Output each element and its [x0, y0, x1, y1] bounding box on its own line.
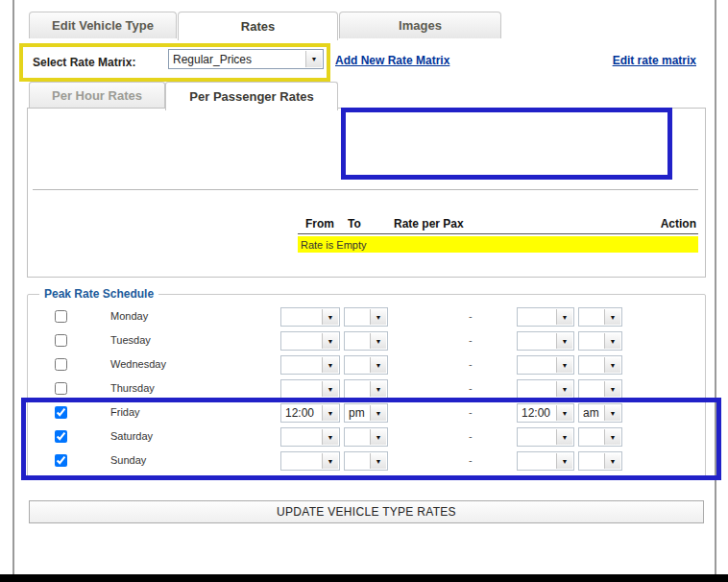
end-time-select[interactable]: ▼ [517, 307, 574, 327]
dropdown-arrow-icon: ▼ [370, 357, 386, 373]
end-time-select[interactable]: ▼ [517, 379, 574, 399]
col-to: To [348, 217, 361, 230]
rate-empty-message: Rate is Empty [301, 239, 366, 251]
start-ampm-select[interactable]: ▼ [344, 355, 388, 375]
tab-label: Edit Vehicle Type [52, 18, 154, 33]
end-ampm-select[interactable]: am▼ [578, 403, 622, 423]
dropdown-arrow-icon: ▼ [556, 429, 572, 445]
day-checkbox[interactable] [55, 406, 67, 419]
dropdown-arrow-icon: ▼ [370, 333, 386, 349]
dropdown-arrow-icon: ▼ [305, 51, 322, 67]
pax-table-header: From To Rate per Pax Action [298, 215, 698, 234]
dropdown-arrow-icon: ▼ [322, 333, 338, 349]
dropdown-arrow-icon: ▼ [370, 429, 386, 445]
day-checkbox[interactable] [55, 454, 67, 467]
schedule-row-wednesday: Wednesday ▼ ▼ - ▼ ▼ [0, 355, 728, 375]
time-range-dash: - [469, 454, 473, 466]
schedule-row-monday: Monday ▼ ▼ - ▼ ▼ [0, 307, 728, 327]
end-ampm-select[interactable]: ▼ [578, 355, 622, 375]
end-time-select[interactable]: ▼ [517, 331, 574, 351]
dropdown-arrow-icon: ▼ [604, 453, 620, 469]
schedule-row-sunday: Sunday ▼ ▼ - ▼ ▼ [0, 451, 728, 471]
end-time-select[interactable]: ▼ [517, 355, 574, 375]
start-ampm-select[interactable]: ▼ [344, 307, 388, 327]
dropdown-arrow-icon: ▼ [370, 309, 386, 325]
col-action: Action [661, 217, 696, 230]
end-time-select[interactable]: ▼ [517, 451, 574, 471]
dropdown-arrow-icon: ▼ [604, 405, 620, 421]
schedule-row-saturday: Saturday ▼ ▼ - ▼ ▼ [0, 427, 728, 447]
tab-label: Images [399, 18, 442, 33]
rate-matrix-label: Select Rate Matrix: [33, 56, 135, 69]
dropdown-arrow-icon: ▼ [322, 357, 338, 373]
start-ampm-select[interactable]: pm▼ [344, 403, 388, 423]
end-ampm-select[interactable]: ▼ [578, 451, 622, 471]
dropdown-arrow-icon: ▼ [556, 309, 572, 325]
day-checkbox[interactable] [55, 382, 67, 395]
dropdown-arrow-icon: ▼ [556, 357, 572, 373]
tab-per-hour-rates[interactable]: Per Hour Rates [29, 82, 165, 109]
day-label: Wednesday [110, 358, 166, 370]
page-left-border [12, 0, 14, 574]
update-vehicle-type-rates-button[interactable]: UPDATE VEHICLE TYPE RATES [29, 500, 704, 523]
dropdown-arrow-icon: ▼ [322, 429, 338, 445]
tab-images[interactable]: Images [339, 12, 501, 38]
day-label: Friday [110, 406, 140, 418]
start-time-select[interactable]: ▼ [280, 451, 340, 471]
start-ampm-select[interactable]: ▼ [344, 427, 388, 447]
end-ampm-select[interactable]: ▼ [578, 307, 622, 327]
dropdown-arrow-icon: ▼ [370, 405, 386, 421]
subtab-label: Per Hour Rates [52, 88, 142, 103]
dropdown-arrow-icon: ▼ [322, 453, 338, 469]
tab-rates[interactable]: Rates [178, 12, 338, 40]
day-checkbox[interactable] [55, 358, 67, 371]
tab-label: Rates [241, 19, 275, 34]
end-ampm-select[interactable]: ▼ [578, 427, 622, 447]
dropdown-arrow-icon: ▼ [322, 405, 338, 421]
edit-rate-matrix-link[interactable]: Edit rate matrix [613, 54, 696, 67]
dropdown-arrow-icon: ▼ [322, 381, 338, 397]
day-checkbox[interactable] [55, 310, 67, 323]
day-label: Monday [110, 310, 148, 322]
end-ampm-select[interactable]: ▼ [578, 379, 622, 399]
rate-matrix-selected-value: Regular_Prices [173, 53, 303, 66]
start-time-select[interactable]: ▼ [280, 355, 340, 375]
end-time-select[interactable]: 12:00▼ [517, 403, 574, 423]
dropdown-arrow-icon: ▼ [322, 309, 338, 325]
time-range-dash: - [469, 382, 473, 394]
tab-edit-vehicle-type[interactable]: Edit Vehicle Type [29, 12, 177, 38]
dropdown-arrow-icon: ▼ [370, 381, 386, 397]
subtab-label: Per Passenger Rates [189, 89, 313, 104]
dropdown-arrow-icon: ▼ [604, 357, 620, 373]
dropdown-arrow-icon: ▼ [556, 381, 572, 397]
schedule-row-thursday: Thursday ▼ ▼ - ▼ ▼ [0, 379, 728, 399]
rate-matrix-select[interactable]: Regular_Prices ▼ [168, 49, 324, 69]
end-ampm-select[interactable]: ▼ [578, 331, 622, 351]
dropdown-arrow-icon: ▼ [556, 453, 572, 469]
tab-per-passenger-rates[interactable]: Per Passenger Rates [165, 82, 338, 110]
day-label: Saturday [110, 430, 153, 442]
time-range-dash: - [469, 334, 473, 346]
start-ampm-select[interactable]: ▼ [344, 379, 388, 399]
dropdown-arrow-icon: ▼ [370, 453, 386, 469]
time-range-dash: - [469, 358, 473, 370]
start-ampm-select[interactable]: ▼ [344, 331, 388, 351]
vehicle-rates-page: Edit Vehicle Type Rates Images Select Ra… [0, 0, 728, 582]
col-from: From [305, 217, 334, 230]
start-time-select[interactable]: ▼ [280, 331, 340, 351]
end-time-select[interactable]: ▼ [517, 427, 574, 447]
start-time-select[interactable]: 12:00▼ [280, 403, 340, 423]
time-range-dash: - [469, 430, 473, 442]
start-ampm-select[interactable]: ▼ [344, 451, 388, 471]
day-checkbox[interactable] [55, 334, 67, 347]
day-checkbox[interactable] [55, 430, 67, 443]
dropdown-arrow-icon: ▼ [604, 333, 620, 349]
start-time-select[interactable]: ▼ [280, 307, 340, 327]
start-time-select[interactable]: ▼ [280, 427, 340, 447]
day-label: Sunday [110, 454, 146, 466]
page-right-border [715, 0, 716, 574]
day-label: Thursday [110, 382, 155, 394]
add-new-rate-matrix-link[interactable]: Add New Rate Matrix [335, 54, 449, 67]
start-time-select[interactable]: ▼ [280, 379, 340, 399]
time-range-dash: - [469, 310, 473, 322]
